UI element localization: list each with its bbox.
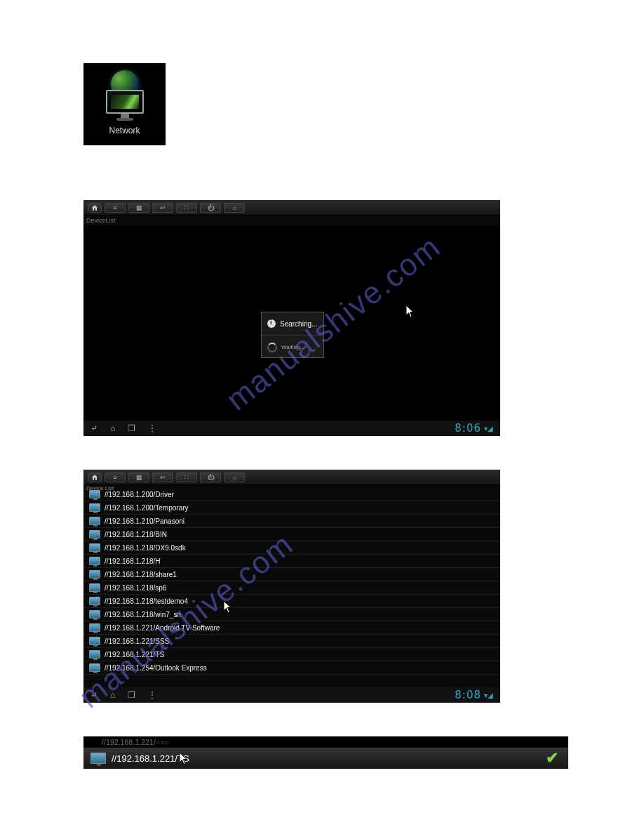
device-icon [89, 543, 100, 552]
device-icon [89, 610, 100, 618]
selected-device-strip: //192.168.1.221/○○○ //192.168.1.221/TS ✔ [83, 736, 568, 769]
dialog-status: Waiting... [281, 344, 304, 350]
device-row[interactable]: //192.168.1.218/sp6 [83, 581, 500, 595]
device-icon [89, 663, 100, 672]
selected-device-path: //192.168.1.221/TS [112, 753, 189, 764]
toolbar-home-button[interactable] [88, 472, 102, 482]
toolbar-grid-button[interactable]: ▦ [128, 203, 149, 213]
toolbar-power-button[interactable]: ⏻ [200, 472, 221, 482]
subheader-label: DeviceList [83, 216, 500, 225]
mouse-cursor [179, 752, 189, 766]
mouse-cursor [405, 305, 415, 319]
wifi-icon: ▾◢ [484, 425, 493, 432]
toolbar-power-button[interactable]: ⏻ [200, 203, 221, 213]
device-row[interactable]: //192.168.1.221/TS [83, 648, 500, 661]
toolbar-apps-button[interactable]: ⸬ [176, 472, 197, 482]
checkmark-icon: ✔ [546, 749, 558, 767]
device-icon [89, 583, 100, 592]
network-icon-graphic [104, 70, 146, 112]
screenshot-device-list: ≡ ▦ ↩ ⸬ ⏻ ⌕ Device List //192.168.1.200/… [83, 470, 500, 703]
device-path: //192.168.1.200/Driver [105, 491, 174, 498]
wifi-icon: ▾◢ [484, 691, 493, 699]
toolbar-list-button[interactable]: ≡ [105, 203, 126, 213]
toolbar-home-button[interactable] [88, 203, 102, 213]
content-area: Searching... Waiting... [83, 225, 500, 421]
device-row[interactable]: //192.168.1.200/Temporary [83, 501, 500, 515]
device-path: //192.168.1.218/share1 [105, 571, 177, 578]
device-row[interactable]: //192.168.1.218/H [83, 555, 500, 568]
strip-prev-row: //192.168.1.221/○○○ [83, 736, 568, 748]
device-icon [89, 557, 100, 565]
device-path: //192.168.1.218/BIN [105, 531, 167, 538]
device-path: //192.168.1.221/TS [105, 651, 164, 658]
device-list[interactable]: //192.168.1.200/Driver //192.168.1.200/T… [83, 486, 500, 687]
device-row[interactable]: //192.168.1.218/DX9.0sdk [83, 541, 500, 555]
device-row[interactable]: //192.168.1.210/Panasoni [83, 515, 500, 528]
device-icon [90, 753, 106, 764]
device-icon [89, 650, 100, 658]
app-toolbar: ≡ ▦ ↩ ⸬ ⏻ ⌕ [83, 200, 500, 216]
device-icon [89, 490, 100, 498]
device-path: //192.168.1.254/Outlook Express [105, 664, 207, 672]
searching-dialog: Searching... Waiting... [261, 312, 324, 358]
device-path: //192.168.1.200/Temporary [105, 504, 189, 512]
selected-device-row[interactable]: //192.168.1.221/TS ✔ [83, 748, 568, 769]
info-icon [267, 319, 276, 328]
toolbar-back-button[interactable]: ↩ [152, 472, 173, 482]
system-navbar: ⤶ ⌂ ❐ ⋮ 8:06 ▾◢ [83, 421, 500, 436]
nav-back-icon[interactable]: ⤶ [90, 690, 98, 700]
device-row[interactable]: //192.168.1.254/Outlook Express [83, 661, 500, 675]
device-row[interactable]: //192.168.1.218/share1 [83, 568, 500, 581]
toolbar-settings-button[interactable]: ⌕ [224, 472, 245, 482]
dialog-title: Searching... [280, 320, 317, 328]
toolbar-grid-button[interactable]: ▦ [128, 472, 149, 482]
screenshot-searching: ≡ ▦ ↩ ⸬ ⏻ ⌕ DeviceList Searching... Wait… [83, 200, 500, 436]
device-row[interactable]: //192.168.1.218/win7_sn [83, 608, 500, 621]
nav-recents-icon[interactable]: ❐ [128, 423, 135, 433]
device-row[interactable]: //192.168.1.200/Driver [83, 488, 500, 501]
device-icon [89, 637, 100, 645]
device-path: //192.168.1.221/SSS [105, 637, 169, 645]
network-app-icon[interactable]: Network [83, 63, 166, 145]
device-icon [89, 530, 100, 538]
device-icon [89, 623, 100, 632]
nav-home-icon[interactable]: ⌂ [110, 690, 115, 700]
device-row[interactable]: //192.168.1.221/Android TV Software [83, 621, 500, 635]
status-clock: 8:08 [455, 689, 481, 701]
toolbar-list-button[interactable]: ≡ [105, 472, 126, 482]
nav-menu-icon[interactable]: ⋮ [148, 690, 156, 700]
device-icon [89, 517, 100, 525]
device-path: //192.168.1.218/win7_sn [105, 611, 181, 618]
device-path: //192.168.1.218/DX9.0sdk [105, 544, 186, 552]
device-path: //192.168.1.218/sp6 [105, 584, 166, 592]
nav-back-icon[interactable]: ⤶ [90, 423, 98, 433]
nav-menu-icon[interactable]: ⋮ [148, 423, 156, 433]
toolbar-back-button[interactable]: ↩ [152, 203, 173, 213]
status-clock: 8:06 [455, 422, 481, 435]
spinner-icon [267, 343, 277, 352]
nav-recents-icon[interactable]: ❐ [128, 690, 135, 700]
toolbar-settings-button[interactable]: ⌕ [224, 203, 245, 213]
device-row[interactable]: //192.168.1.218/testdemo4 [83, 595, 500, 608]
device-icon [89, 503, 100, 512]
device-path: //192.168.1.210/Panasoni [105, 517, 185, 525]
system-navbar: ⤶ ⌂ ❐ ⋮ 8:08 ▾◢ [83, 687, 500, 703]
device-path: //192.168.1.218/H [105, 557, 161, 565]
toolbar-apps-button[interactable]: ⸬ [176, 203, 197, 213]
device-icon [89, 597, 100, 605]
device-path: //192.168.1.218/testdemo4 [105, 597, 188, 605]
network-app-label: Network [109, 126, 140, 135]
device-row[interactable]: //192.168.1.218/BIN [83, 528, 500, 541]
app-toolbar: ≡ ▦ ↩ ⸬ ⏻ ⌕ [83, 470, 500, 485]
device-row[interactable]: //192.168.1.221/SSS [83, 635, 500, 648]
nav-home-icon[interactable]: ⌂ [110, 423, 115, 433]
device-icon [89, 570, 100, 578]
device-path: //192.168.1.221/Android TV Software [105, 624, 220, 632]
mouse-cursor [223, 600, 233, 614]
